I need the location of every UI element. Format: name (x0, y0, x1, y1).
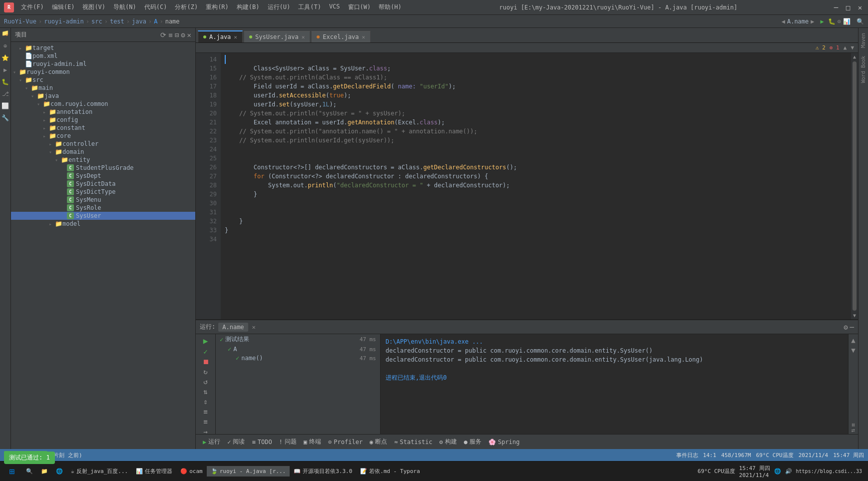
run-expand-button[interactable]: ≡ (203, 408, 207, 416)
run-sort-button[interactable]: ⇅ (203, 388, 207, 396)
run-rerun-failed-button[interactable]: ↺ (203, 378, 207, 386)
editor-content[interactable]: 14 15 16 17 18 19 20 21 22 23 24 25 26 2… (196, 53, 858, 319)
tree-item-SysMenu[interactable]: CSysMenu (11, 196, 195, 204)
tree-item-model[interactable]: ▸📁model (11, 220, 195, 228)
breadcrumb-ruoyi-vue[interactable]: RuoYi-Vue (4, 18, 36, 25)
search-button[interactable]: 🔍 (857, 18, 864, 25)
run-settings-icon[interactable]: ⚙ (844, 323, 848, 331)
tree-item-SysUser[interactable]: CSysUser (11, 212, 195, 220)
run-button[interactable]: ▶ (821, 18, 824, 25)
event-log[interactable]: 事件日志 (676, 452, 698, 459)
taskbar-ocam[interactable]: 🔴 ocam (176, 466, 207, 477)
run-rerun-button[interactable]: ↻ (203, 368, 207, 376)
bottom-terminal-item[interactable]: ▣ 终端 (301, 437, 324, 447)
breadcrumb-java[interactable]: java (132, 18, 146, 25)
sidebar-icon-settings[interactable]: ⚙ (181, 31, 185, 39)
left-icon-project[interactable]: 📁 (2, 30, 9, 37)
windows-start[interactable]: ⊞ (2, 463, 22, 481)
tree-item-ruoyi-admin_iml[interactable]: 📄ruoyi-admin.iml (11, 60, 195, 68)
taskbar-file-explorer[interactable]: 📁 (37, 466, 52, 477)
tree-item-java[interactable]: ▾📁java (11, 92, 195, 100)
taskbar-typora[interactable]: 📝 若依.md - Typora (356, 466, 424, 477)
bottom-profiler-item[interactable]: ⊙ Profiler (325, 438, 366, 447)
taskbar-java-baiduc[interactable]: ☕ 反射_java_百度... (67, 466, 132, 477)
bottom-run-item[interactable]: ▶ 运行 (200, 437, 223, 447)
tree-item-config[interactable]: ▸📁config (11, 116, 195, 124)
sidebar-icon-expand[interactable]: ≡ (168, 31, 172, 39)
menu-item-构建B[interactable]: 构建(B) (234, 2, 263, 12)
menu-item-工具T[interactable]: 工具(T) (295, 2, 324, 12)
left-icon-debug[interactable]: 🐛 (1, 78, 9, 85)
minimize-button[interactable]: ─ (832, 3, 840, 11)
menu-item-VCS[interactable]: VCS (326, 2, 343, 12)
tab-A-java[interactable]: A.java ✕ (198, 30, 243, 42)
bottom-problems-item[interactable]: ! 问题 (276, 437, 300, 447)
run-stop-button[interactable]: ⏹ (202, 358, 209, 366)
run-play-button[interactable]: ▶ (203, 336, 208, 346)
output-java-path[interactable]: D:\APP\env\bin\java.exe ... (386, 338, 483, 345)
run-tree-A[interactable]: ✓ A 47 ms (224, 345, 380, 354)
menu-bar[interactable]: 文件(F)编辑(E)视图(V)导航(N)代码(C)分析(Z)重构(R)构建(B)… (18, 2, 405, 12)
bottom-breakpoint-item[interactable]: ◉ 断点 (367, 437, 390, 447)
taskbar-task-manager[interactable]: 📊 任务管理器 (132, 466, 176, 477)
close-button[interactable]: ✕ (856, 3, 864, 11)
taskbar-edge[interactable]: 🌐 (52, 466, 67, 477)
menu-item-窗口W[interactable]: 窗口(W) (345, 2, 374, 12)
code-area[interactable]: Class<SysUser> aClass = SysUser.class; /… (221, 53, 851, 319)
tree-item-entity[interactable]: ▾📁entity (11, 156, 195, 164)
menu-item-帮助H[interactable]: 帮助(H) (376, 2, 405, 12)
breadcrumb-src[interactable]: src (91, 18, 102, 25)
run-export-button[interactable]: → (203, 428, 207, 434)
menu-item-运行U[interactable]: 运行(U) (265, 2, 294, 12)
left-icon-terminal[interactable]: ⬜ (1, 102, 9, 109)
bottom-service-item[interactable]: ● 服务 (461, 437, 484, 447)
tree-item-ruoyi-common[interactable]: ▾📁ruoyi-common (11, 68, 195, 76)
sidebar-icon-sync[interactable]: ⟳ (160, 31, 166, 39)
menu-item-文件F[interactable]: 文件(F) (18, 2, 47, 12)
tree-item-com_ruoyi_common[interactable]: ▾📁com.ruoyi.common (11, 100, 195, 108)
gradle-label[interactable]: Word Book (860, 53, 867, 86)
scroll-up[interactable]: ▲ (844, 44, 847, 51)
run-tree-root[interactable]: ✓ 测试结果 47 ms (216, 334, 380, 345)
run-tree-name[interactable]: ✓ name() 47 ms (232, 354, 380, 363)
bottom-read-item[interactable]: ✓ 阅读 (224, 437, 248, 447)
nav-forward[interactable]: ▶ (811, 18, 814, 25)
left-icon-structure[interactable]: ⊕ (3, 42, 7, 49)
run-tab-close[interactable]: ✕ (252, 324, 256, 331)
menu-item-编辑E[interactable]: 编辑(E) (49, 2, 78, 12)
menu-item-导航N[interactable]: 导航(N) (110, 2, 139, 12)
tree-item-constant[interactable]: ▸📁constant (11, 124, 195, 132)
tree-item-src[interactable]: ▾📁src (11, 76, 195, 84)
breadcrumb-test[interactable]: test (110, 18, 124, 25)
scroll-thumb[interactable] (853, 61, 857, 311)
tab-close-A[interactable]: ✕ (234, 34, 237, 40)
coverage-button[interactable]: ⊙ (838, 18, 841, 25)
run-right-icon2[interactable]: ⇅ (850, 429, 857, 432)
output-exit[interactable]: 进程已结束,退出代码0 (386, 374, 446, 381)
tree-item-StudentPlusGrade[interactable]: CStudentPlusGrade (11, 164, 195, 172)
tree-item-main[interactable]: ▾📁main (11, 84, 195, 92)
scroll-down-icon[interactable]: ▼ (853, 313, 856, 318)
scroll-up-icon[interactable]: ▲ (853, 54, 856, 59)
left-icon-favorites[interactable]: ⭐ (1, 54, 9, 61)
taskbar-kaiyuan[interactable]: 📖 开源项目若依3.3.0 (290, 466, 356, 477)
tab-Excel-java[interactable]: Excel.java ✕ (311, 31, 371, 42)
tree-item-target[interactable]: ▸📁target (11, 44, 195, 52)
taskbar-search[interactable]: 🔍 (22, 466, 37, 477)
tree-item-pom_xml[interactable]: 📄pom.xml (11, 52, 195, 60)
scroll-down[interactable]: ▼ (851, 44, 854, 51)
bottom-todo-item[interactable]: ≡ TODO (249, 438, 275, 447)
run-tab-name[interactable]: A.name (218, 323, 248, 332)
editor-scrollbar[interactable]: ▲ ▼ (851, 53, 858, 319)
breadcrumb-A[interactable]: A (154, 18, 157, 25)
tree-item-domain[interactable]: ▾📁domain (11, 148, 195, 156)
tree-item-SysDept[interactable]: CSysDept (11, 172, 195, 180)
bottom-spring-item[interactable]: 🌸 Spring (485, 438, 522, 447)
breadcrumb-ruoyi-admin[interactable]: ruoyi-admin (44, 18, 83, 25)
menu-item-代码C[interactable]: 代码(C) (141, 2, 170, 12)
run-right-icon1[interactable]: ≡ (850, 423, 857, 427)
tree-item-core[interactable]: ▸📁core (11, 132, 195, 140)
window-controls[interactable]: ─ □ ✕ (832, 3, 864, 11)
maximize-button[interactable]: □ (844, 3, 852, 11)
menu-item-重构R[interactable]: 重构(R) (203, 2, 232, 12)
